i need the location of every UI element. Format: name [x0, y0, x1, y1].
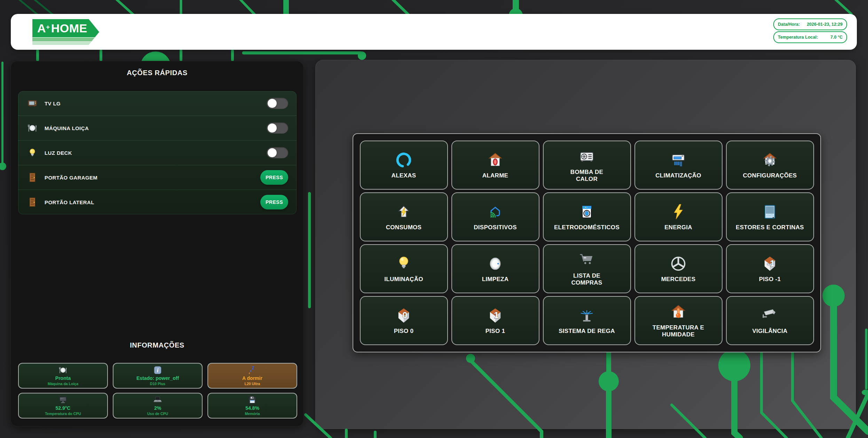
consumption-icon: [395, 203, 413, 221]
svg-text:Z: Z: [252, 366, 254, 371]
info-card-memoria: 54.8%Memória: [207, 393, 297, 419]
toggle-tv-lg[interactable]: [267, 98, 288, 109]
info-card-label: Uso de CPU: [147, 412, 168, 416]
cctv-icon: [761, 306, 779, 325]
tile-label: VIGILÂNCIA: [752, 328, 787, 335]
tile-vigilancia[interactable]: VIGILÂNCIA: [726, 296, 814, 345]
alexa-icon: [395, 151, 413, 169]
tile-label: TEMPERATURA E HUMIDADE: [639, 324, 718, 339]
tile-sistema-de-rega[interactable]: SISTEMA DE REGA: [543, 296, 631, 345]
dishes-icon: [58, 366, 68, 375]
bolt-icon: [669, 203, 687, 221]
press-button-portao-lateral[interactable]: PRESS: [260, 195, 288, 209]
heatpump-icon: [578, 148, 596, 166]
info-card-d10-plus: iEstado: power_offD10 Plus: [113, 363, 203, 389]
tile-label: SISTEMA DE REGA: [559, 328, 615, 335]
quick-action-label: PORTÃO GARAGEM: [45, 175, 260, 181]
cart-icon: [578, 251, 596, 269]
tile-label: ELETRODOMÉSTICOS: [554, 224, 620, 231]
temperature-value: 7.0 °C: [830, 35, 843, 40]
tile-label: ALEXAS: [392, 172, 416, 179]
tile-bomba-de-calor[interactable]: BOMBA DE CALOR: [543, 141, 631, 190]
tile-temperatura-e-humidade[interactable]: TEMPERATURA E HUMIDADE: [634, 296, 723, 345]
svg-text:-1: -1: [767, 258, 775, 268]
quick-action-label: MÁQUINA LOIÇA: [45, 125, 267, 131]
tile-energia[interactable]: ENERGIA: [634, 192, 723, 241]
toggle-luz-deck[interactable]: [267, 147, 288, 158]
tile-label: ILUMINAÇÃO: [384, 276, 423, 283]
info-card-maquina-da-loica: ProntaMáquina da Loiça: [18, 363, 108, 389]
tile-label: DISPOSITIVOS: [474, 224, 517, 231]
press-button-portao-garagem[interactable]: PRESS: [260, 170, 288, 185]
tile-lista-de-compras[interactable]: LISTA DE COMPRAS: [543, 244, 631, 293]
tile-eletrodomesticos[interactable]: ELETRODOMÉSTICOS: [543, 192, 631, 241]
tile-configuracoes[interactable]: CONFIGURAÇÕES: [726, 141, 814, 190]
temperature-label: Temperatura Local:: [778, 35, 818, 40]
tile-alarme[interactable]: ALARME: [451, 141, 539, 190]
quick-action-luz-deck: LUZ DECK: [18, 140, 297, 165]
datetime-label: Data/Hora:: [778, 22, 800, 27]
piso-icon: 0: [395, 306, 413, 325]
navigation-tile-grid: ALEXASALARMEBOMBA DE CALORCLIMATIZAÇÃOCO…: [353, 133, 821, 352]
bulb-icon: [26, 148, 38, 158]
quick-actions-list: TV LGMÁQUINA LOIÇALUZ DECKPORTÃO GARAGEM…: [18, 91, 297, 214]
alarm-icon: [486, 151, 504, 169]
quick-action-label: LUZ DECK: [45, 150, 267, 156]
tile-estores-e-cortinas[interactable]: ESTORES E CORTINAS: [726, 192, 814, 241]
tile-label: BOMBA DE CALOR: [570, 169, 603, 183]
tile-alexas[interactable]: ALEXAS: [360, 141, 448, 190]
tile-mercedes[interactable]: MERCEDES: [634, 244, 723, 293]
info-card-value: 54.8%: [245, 405, 259, 411]
svg-text:z: z: [250, 369, 252, 373]
quick-action-portao-lateral: PORTÃO LATERALPRESS: [18, 190, 297, 214]
svg-text:0: 0: [402, 310, 407, 320]
blinds-icon: [761, 203, 779, 221]
smart-home-dashboard: A+HOME Data/Hora: 2026-01-23, 12:29 Temp…: [0, 0, 868, 438]
door-icon: [26, 197, 38, 207]
devices-icon: [486, 203, 504, 221]
tile-piso-1[interactable]: -1PISO -1: [726, 244, 814, 293]
toggle-maquina-loica[interactable]: [267, 122, 288, 134]
svg-text:z: z: [248, 372, 250, 375]
tile-climatizacao[interactable]: CLIMATIZAÇÃO: [634, 141, 723, 190]
tile-label: LISTA DE COMPRAS: [571, 272, 602, 287]
tile-iluminacao[interactable]: ILUMINAÇÃO: [360, 244, 448, 293]
piso-icon: -1: [761, 255, 779, 273]
quick-actions-title: AÇÕES RÁPIDAS: [10, 69, 304, 77]
tile-label: CLIMATIZAÇÃO: [655, 172, 701, 179]
information-cards: ProntaMáquina da LoiçaiEstado: power_off…: [18, 363, 297, 419]
piso-icon: 1: [486, 306, 504, 325]
info-card-l20-ultra: ZzzA dormirL20 Ultra: [207, 363, 297, 389]
tile-limpeza[interactable]: LIMPEZA: [451, 244, 539, 293]
dishes-icon: [26, 123, 38, 133]
tile-dispositivos[interactable]: DISPOSITIVOS: [451, 192, 539, 241]
tile-label: CONFIGURAÇÕES: [743, 172, 797, 179]
door-icon: [26, 172, 38, 183]
bigbulb-icon: [395, 255, 413, 273]
local-temperature-pill: Temperatura Local: 7.0 °C: [773, 31, 847, 43]
tile-label: ENERGIA: [664, 224, 692, 231]
info-card-temperatura-do-cpu: 52.9°CTemperatura do CPU: [18, 393, 108, 419]
tile-label: LIMPEZA: [482, 276, 509, 283]
info-card-value: Pronta: [55, 375, 71, 381]
washer-icon: [578, 203, 596, 221]
quick-action-label: TV LG: [45, 101, 267, 106]
info-card-value: 52.9°C: [56, 405, 71, 411]
logo-text: A+HOME: [37, 22, 87, 34]
toggle-knob: [268, 124, 277, 133]
datetime-pill: Data/Hora: 2026-01-23, 12:29: [773, 18, 847, 30]
zzz-icon: Zzz: [248, 366, 257, 375]
info-card-uso-de-cpu: 2%Uso de CPU: [113, 393, 203, 419]
info-card-value: Estado: power_off: [136, 375, 179, 381]
sidebar-panel: AÇÕES RÁPIDAS TV LGMÁQUINA LOIÇALUZ DECK…: [10, 61, 304, 427]
tile-consumos[interactable]: CONSUMOS: [360, 192, 448, 241]
quick-action-portao-garagem: PORTÃO GARAGEMPRESS: [18, 165, 297, 190]
info-card-value: 2%: [154, 405, 161, 411]
info-card-label: D10 Plus: [150, 382, 165, 386]
quick-action-label: PORTÃO LATERAL: [45, 199, 260, 205]
monitor-icon: [58, 396, 68, 405]
information-title: INFORMAÇÕES: [10, 341, 304, 349]
tile-piso-1[interactable]: 1PISO 1: [451, 296, 539, 345]
toggle-knob: [268, 148, 277, 157]
tile-piso-0[interactable]: 0PISO 0: [360, 296, 448, 345]
